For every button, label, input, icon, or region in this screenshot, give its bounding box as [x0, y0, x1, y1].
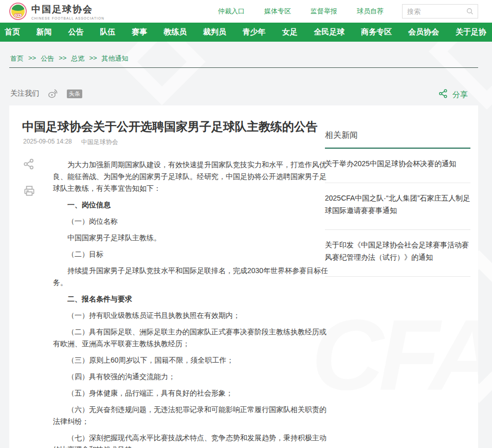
related-news-list: 关于举办2025中国足球协会杯决赛的通知2025CFA中国之队·“北人集团”石家…	[325, 149, 470, 277]
top-nav-link[interactable]: 仲裁入口	[218, 7, 245, 16]
article-paragraph: 持续提升国家男子足球队竞技水平和国际足联排名，完成2030年世界杯参赛目标任务。	[53, 265, 329, 289]
cfa-logo: CFA 中国足球协会 CHINESE FOOTBALL ASSOCIATION	[9, 3, 104, 20]
site-subtitle: CHINESE FOOTBALL ASSOCIATION	[31, 16, 104, 20]
article-paragraph: 中国国家男子足球队主教练。	[53, 232, 329, 244]
breadcrumb-separator: >>	[28, 54, 36, 63]
article-source: 中国足球协会	[81, 138, 118, 147]
article-title: 中国足球协会关于公开选聘国家男子足球队主教练的公告	[22, 119, 331, 135]
breadcrumb-link[interactable]: 公告	[41, 54, 54, 63]
top-nav-link[interactable]: 球员自荐	[357, 7, 384, 16]
related-news-item[interactable]: 关于印发《中国足球协会社会足球赛事活动赛风赛纪管理办法（试行）》的通知	[325, 230, 470, 277]
top-nav-link[interactable]: 监督举报	[311, 7, 337, 16]
article-paragraph: （五）身体健康，品行端正，具有良好的社会形象；	[53, 387, 329, 399]
weibo-icon[interactable]	[47, 88, 59, 99]
related-news-sidebar: 相关新闻 关于举办2025中国足球协会杯决赛的通知2025CFA中国之队·“北人…	[325, 130, 470, 277]
toutiao-badge-icon[interactable]: 头条	[67, 89, 82, 98]
search-icon[interactable]	[466, 7, 474, 15]
site-title: 中国足球协会	[31, 3, 104, 15]
article-tools	[23, 158, 36, 198]
main-nav-item[interactable]: 全民足球	[314, 27, 344, 37]
article-paragraph: （一）岗位名称	[53, 216, 329, 227]
related-news-item[interactable]: 2025CFA中国之队·“北人集团”石家庄五人制足球国际邀请赛赛事通知	[325, 183, 470, 230]
article-body: 为大力加强新周期国家队建设，有效快速提升国家队竞技实力和水平，打造作风优良、能征…	[53, 159, 329, 448]
share-button[interactable]: 分享	[438, 88, 468, 101]
cfa-crest-text: CFA	[14, 13, 22, 17]
article-paragraph: （二）具有国际足联、洲际足联主办的国家队正式赛事决赛阶段主教练执教经历或有欧洲、…	[53, 326, 329, 350]
main-nav-item[interactable]: 关于足协	[455, 27, 486, 37]
search-box[interactable]	[402, 4, 478, 19]
main-nav-item[interactable]: 教练员	[163, 27, 187, 37]
article-paragraph: 二、报名条件与要求	[53, 293, 329, 305]
content-card: CFA 中国足球协会关于公开选聘国家男子足球队主教练的公告 2025-09-05…	[9, 105, 478, 448]
breadcrumb-link[interactable]: 其他通知	[102, 54, 129, 63]
search-input[interactable]	[407, 8, 466, 15]
related-news-title: 相关新闻	[325, 130, 470, 149]
share-icon	[438, 88, 448, 101]
article-paragraph: 为大力加强新周期国家队建设，有效快速提升国家队竞技实力和水平，打造作风优良、能征…	[53, 159, 329, 194]
follow-us-label: 关注我们	[10, 89, 39, 98]
top-nav-link[interactable]: 媒体专区	[264, 7, 291, 16]
print-icon[interactable]	[23, 184, 36, 198]
main-nav-item[interactable]: 新闻	[37, 27, 52, 37]
main-nav-item[interactable]: 赛事	[132, 27, 147, 37]
breadcrumb-divider	[9, 67, 478, 68]
top-header: CFA 中国足球协会 CHINESE FOOTBALL ASSOCIATION …	[0, 0, 492, 23]
main-nav-item[interactable]: 商务专区	[361, 27, 392, 37]
article-date: 2025-09-05 14:28	[23, 138, 72, 147]
article-paragraph: （六）无兴奋剂违规问题，无违法犯罪记录和可能影响正常履行国家队相关职责的法律纠纷…	[53, 404, 329, 427]
article-paragraph: （四）具有较强的沟通交流能力；	[53, 371, 329, 383]
article-paragraph: （二）目标	[53, 248, 329, 260]
cfa-crest-icon: CFA	[9, 3, 27, 20]
article-paragraph: 一、岗位信息	[53, 199, 329, 211]
main-nav-item[interactable]: 公告	[68, 27, 84, 37]
breadcrumb-separator: >>	[89, 54, 97, 63]
breadcrumb-link[interactable]: 总览	[71, 54, 84, 63]
follow-us-row: 关注我们 头条	[10, 88, 82, 99]
related-news-item[interactable]: 关于举办2025中国足球协会杯决赛的通知	[325, 149, 470, 183]
breadcrumb-separator: >>	[59, 54, 66, 63]
breadcrumb-link[interactable]: 首页	[10, 54, 24, 63]
main-nav-item[interactable]: 首页	[5, 27, 20, 37]
article-share-icon[interactable]	[23, 158, 36, 170]
breadcrumb: 首页 >> 公告 >> 总览 >> 其他通知 >>	[10, 54, 129, 63]
article-paragraph: （一）持有职业级教练员证书且执教执照在有效期内；	[53, 310, 329, 321]
main-nav-item[interactable]: 队伍	[100, 27, 115, 37]
main-nav-item[interactable]: 青少年	[243, 27, 266, 37]
article-paragraph: （七）深刻把握现代高水平比赛技战术特点、竞争态势和发展趋势，秉持积极主动的比赛理…	[53, 432, 329, 448]
share-label: 分享	[452, 90, 468, 100]
main-nav-item[interactable]: 裁判员	[203, 27, 226, 37]
main-nav-item[interactable]: 女足	[282, 27, 298, 37]
article-meta: 2025-09-05 14:28 中国足球协会	[23, 138, 118, 147]
cfa-watermark: CFA	[312, 297, 478, 412]
article-paragraph: （三）原则上60周岁以下，国籍不限，须全职工作；	[53, 354, 329, 366]
main-nav: 首页新闻公告队伍赛事教练员裁判员青少年女足全民足球商务专区会员协会关于足协	[0, 23, 492, 42]
main-nav-item[interactable]: 会员协会	[408, 27, 439, 37]
top-links: 仲裁入口媒体专区监督举报球员自荐	[218, 7, 384, 16]
